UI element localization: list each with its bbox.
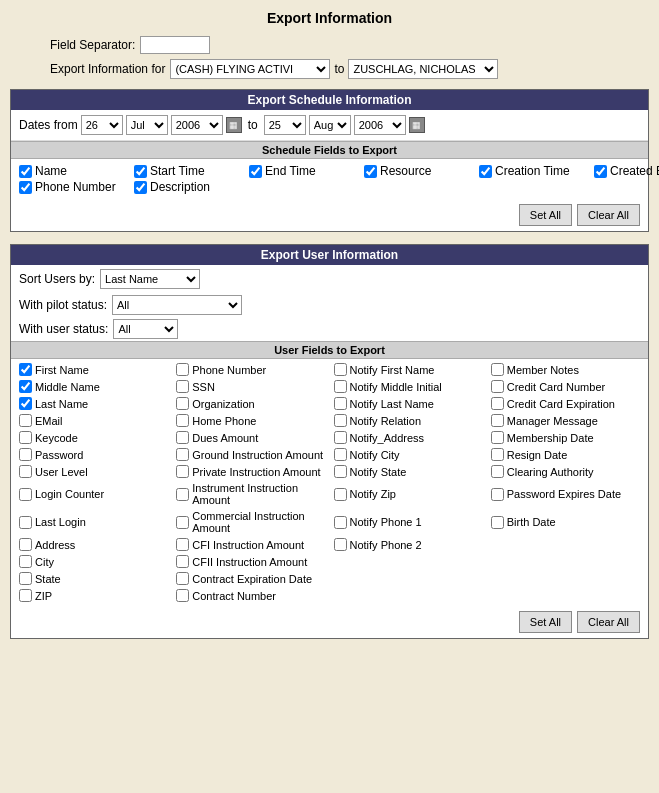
user-field-label: Contract Expiration Date (192, 573, 312, 585)
user-field-checkbox[interactable] (19, 465, 32, 478)
export-info-row: Export Information for (CASH) FLYING ACT… (10, 59, 649, 79)
user-field-checkbox[interactable] (176, 589, 189, 602)
user-set-all-button[interactable]: Set All (519, 611, 572, 633)
sched-phone-checkbox[interactable] (19, 181, 32, 194)
user-field-checkbox[interactable] (176, 380, 189, 393)
user-field-checkbox[interactable] (176, 488, 189, 501)
user-field-checkbox[interactable] (19, 448, 32, 461)
from-month-select[interactable]: Jul (126, 115, 168, 135)
user-status-select[interactable]: All (113, 319, 178, 339)
user-field-checkbox[interactable] (19, 555, 32, 568)
user-field-cell: Password (15, 446, 172, 463)
user-field-checkbox[interactable] (176, 397, 189, 410)
user-field-label: Notify Last Name (350, 398, 434, 410)
user-field-cell: City (15, 553, 172, 570)
user-field-checkbox[interactable] (176, 572, 189, 585)
user-field-checkbox[interactable] (19, 431, 32, 444)
user-field-checkbox[interactable] (334, 465, 347, 478)
export-from-select[interactable]: (CASH) FLYING ACTIVI (170, 59, 330, 79)
user-field-checkbox[interactable] (19, 538, 32, 551)
from-year-select[interactable]: 2006 (171, 115, 223, 135)
dates-to-label: to (248, 118, 258, 132)
user-field-checkbox[interactable] (491, 431, 504, 444)
user-field-checkbox[interactable] (176, 516, 189, 529)
user-field-checkbox[interactable] (334, 538, 347, 551)
from-calendar-icon[interactable]: ▦ (226, 117, 242, 133)
user-field-cell: Address (15, 536, 172, 553)
user-field-cell: Notify City (330, 446, 487, 463)
user-field-label: Contract Number (192, 590, 276, 602)
sched-resource-checkbox[interactable] (364, 165, 377, 178)
user-field-checkbox[interactable] (334, 448, 347, 461)
user-field-checkbox[interactable] (334, 397, 347, 410)
sched-endtime-checkbox[interactable] (249, 165, 262, 178)
user-field-checkbox[interactable] (334, 414, 347, 427)
to-year-select[interactable]: 2006 (354, 115, 406, 135)
user-field-checkbox[interactable] (491, 397, 504, 410)
sched-name-label: Name (35, 164, 67, 178)
user-field-checkbox[interactable] (176, 465, 189, 478)
user-field-checkbox[interactable] (19, 380, 32, 393)
sched-desc-checkbox[interactable] (134, 181, 147, 194)
pilot-status-row: With pilot status: All (11, 293, 648, 317)
user-field-checkbox[interactable] (491, 448, 504, 461)
user-field-checkbox[interactable] (176, 431, 189, 444)
sort-select[interactable]: Last Name (100, 269, 200, 289)
to-month-select[interactable]: Aug (309, 115, 351, 135)
sched-desc-label: Description (150, 180, 210, 194)
schedule-clear-all-button[interactable]: Clear All (577, 204, 640, 226)
user-field-checkbox[interactable] (334, 516, 347, 529)
user-field-checkbox[interactable] (19, 516, 32, 529)
schedule-row-1: Name Start Time End Time Resource Creati… (19, 163, 640, 179)
user-field-cell: Home Phone (172, 412, 329, 429)
pilot-status-select[interactable]: All (112, 295, 242, 315)
user-field-checkbox[interactable] (491, 414, 504, 427)
user-field-checkbox[interactable] (334, 363, 347, 376)
user-field-label: Notify First Name (350, 364, 435, 376)
sched-endtime-label: End Time (265, 164, 316, 178)
user-field-checkbox[interactable] (491, 488, 504, 501)
user-field-cell: Notify Phone 2 (330, 536, 487, 553)
schedule-set-all-button[interactable]: Set All (519, 204, 572, 226)
user-field-checkbox[interactable] (176, 555, 189, 568)
user-field-cell: CFII Instruction Amount (172, 553, 329, 570)
user-clear-all-button[interactable]: Clear All (577, 611, 640, 633)
user-field-checkbox[interactable] (19, 572, 32, 585)
user-field-cell: Credit Card Expiration (487, 395, 644, 412)
export-to-select[interactable]: ZUSCHLAG, NICHOLAS (348, 59, 498, 79)
user-field-checkbox[interactable] (491, 380, 504, 393)
sched-creation-label: Creation Time (495, 164, 570, 178)
user-field-checkbox[interactable] (491, 465, 504, 478)
user-field-cell (487, 570, 644, 587)
sched-desc-item: Description (134, 180, 234, 194)
from-day-select[interactable]: 26 (81, 115, 123, 135)
sched-creation-checkbox[interactable] (479, 165, 492, 178)
user-field-checkbox[interactable] (334, 431, 347, 444)
user-field-checkbox[interactable] (491, 516, 504, 529)
dates-from-label: Dates from (19, 118, 78, 132)
user-field-checkbox[interactable] (176, 538, 189, 551)
user-field-checkbox[interactable] (491, 363, 504, 376)
user-field-checkbox[interactable] (19, 414, 32, 427)
user-field-checkbox[interactable] (334, 488, 347, 501)
user-field-checkbox[interactable] (19, 363, 32, 376)
user-field-cell: Notify Zip (330, 480, 487, 508)
sched-createdby-checkbox[interactable] (594, 165, 607, 178)
user-field-checkbox[interactable] (176, 414, 189, 427)
to-calendar-icon[interactable]: ▦ (409, 117, 425, 133)
user-field-checkbox[interactable] (19, 488, 32, 501)
user-field-checkbox[interactable] (176, 448, 189, 461)
export-info-label: Export Information for (50, 62, 165, 76)
to-day-select[interactable]: 25 (264, 115, 306, 135)
sched-name-item: Name (19, 164, 119, 178)
user-field-checkbox[interactable] (334, 380, 347, 393)
sched-starttime-checkbox[interactable] (134, 165, 147, 178)
user-field-cell: Notify Middle Initial (330, 378, 487, 395)
sched-name-checkbox[interactable] (19, 165, 32, 178)
user-field-checkbox[interactable] (176, 363, 189, 376)
user-field-checkbox[interactable] (19, 589, 32, 602)
schedule-dates-row: Dates from 26 Jul 2006 ▦ to 25 Aug 2006 … (11, 110, 648, 141)
field-separator-input[interactable] (140, 36, 210, 54)
user-field-checkbox[interactable] (19, 397, 32, 410)
user-field-label: First Name (35, 364, 89, 376)
